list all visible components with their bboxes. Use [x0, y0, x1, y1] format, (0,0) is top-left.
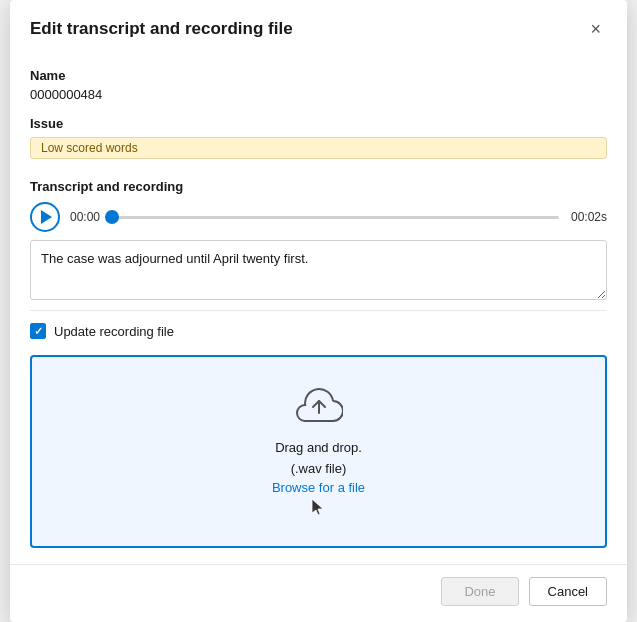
track-thumb[interactable] [105, 210, 119, 224]
update-recording-checkbox[interactable]: ✓ [30, 323, 46, 339]
close-button[interactable]: × [584, 18, 607, 40]
edit-dialog: Edit transcript and recording file × Nam… [10, 0, 627, 622]
name-value: 0000000484 [30, 87, 607, 102]
cancel-button[interactable]: Cancel [529, 577, 607, 606]
transcript-section-label: Transcript and recording [30, 179, 607, 194]
update-recording-row: ✓ Update recording file [30, 323, 607, 339]
file-type-text: (.wav file) [291, 461, 347, 476]
dialog-header: Edit transcript and recording file × [10, 0, 627, 52]
done-button[interactable]: Done [441, 577, 518, 606]
checkmark-icon: ✓ [34, 326, 43, 337]
name-label: Name [30, 68, 607, 83]
dialog-footer: Done Cancel [10, 564, 627, 622]
browse-link[interactable]: Browse for a file [272, 480, 365, 495]
time-start: 00:00 [70, 210, 102, 224]
dropzone-text: Drag and drop. (.wav file) [275, 438, 362, 480]
update-recording-label: Update recording file [54, 324, 174, 339]
audio-track[interactable] [112, 210, 559, 224]
transcript-text: The case was adjourned until April twent… [41, 251, 308, 266]
play-icon [41, 210, 52, 224]
dialog-title: Edit transcript and recording file [30, 19, 293, 39]
cloud-upload-icon [295, 385, 343, 428]
dialog-body: Name 0000000484 Issue Low scored words T… [10, 52, 627, 564]
time-end: 00:02s [569, 210, 607, 224]
drag-drop-text: Drag and drop. [275, 440, 362, 455]
divider [30, 310, 607, 311]
issue-label: Issue [30, 116, 607, 131]
cursor-icon [310, 497, 328, 522]
play-button[interactable] [30, 202, 60, 232]
track-background [112, 216, 559, 219]
file-dropzone[interactable]: Drag and drop. (.wav file) Browse for a … [30, 355, 607, 548]
transcript-textbox[interactable]: The case was adjourned until April twent… [30, 240, 607, 300]
audio-player: 00:00 00:02s [30, 202, 607, 232]
low-scored-badge: Low scored words [30, 137, 607, 159]
